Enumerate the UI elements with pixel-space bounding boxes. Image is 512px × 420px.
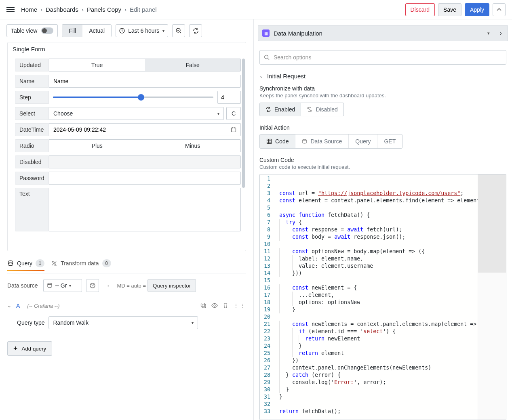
svg-point-4 [48, 283, 52, 285]
initial-action-group: Code Data Source Query GET [259, 134, 402, 149]
custom-code-desc: Custom code to execute initial request. [259, 164, 506, 170]
table-view-toggle[interactable]: Table view [6, 24, 58, 37]
section-title: Initial Request [267, 73, 306, 80]
save-button[interactable]: Save [438, 3, 461, 16]
query-tab-label: Query [17, 260, 32, 267]
datasource-select[interactable]: -- Gr ▾ [43, 279, 82, 292]
options-search[interactable] [259, 50, 506, 65]
svg-point-3 [8, 261, 13, 262]
svg-rect-6 [202, 304, 206, 308]
code-content[interactable]: const url = "https://jsonplaceholder.typ… [278, 174, 506, 420]
datasource-label: Data source [7, 282, 39, 289]
collapse-options-button[interactable] [493, 3, 506, 16]
initial-action-title: Initial Action [259, 124, 506, 131]
breadcrumb-home[interactable]: Home [21, 6, 37, 13]
select-dropdown[interactable]: Choose ▾ [49, 107, 224, 120]
menu-icon[interactable] [6, 7, 15, 12]
ia-ds-label: Data Source [310, 138, 342, 145]
name-input[interactable] [49, 75, 241, 88]
password-input[interactable] [49, 172, 241, 185]
select-ctx-button[interactable]: C [226, 107, 241, 120]
breadcrumb-dashboards[interactable]: Dashboards [46, 6, 78, 13]
updated-true[interactable]: True [49, 59, 145, 71]
query-collapse-toggle[interactable]: ⌄ [7, 303, 11, 309]
calendar-icon [231, 127, 236, 132]
updated-false[interactable]: False [145, 59, 241, 71]
code-minimap[interactable] [478, 174, 506, 420]
panel-plugin-icon: ▦ [262, 29, 270, 37]
topbar: Home› Dashboards› Panels Copy› Edit pane… [0, 0, 512, 19]
fill-tab[interactable]: Fill [62, 25, 82, 37]
database-icon [7, 260, 14, 267]
database-icon [302, 139, 307, 144]
database-icon [47, 283, 53, 288]
add-query-button[interactable]: + Add query [7, 341, 52, 356]
sync-disabled[interactable]: Disabled [301, 103, 343, 116]
scrollbar[interactable] [242, 59, 245, 188]
chevron-down-icon: ▾ [69, 284, 71, 288]
plus-icon: + [13, 345, 18, 352]
topbar-actions: Discard Save Apply [405, 3, 506, 16]
actual-tab[interactable]: Actual [82, 25, 111, 37]
transform-icon [51, 260, 57, 267]
ia-code-label: Code [275, 138, 289, 145]
datasource-help-button[interactable] [86, 279, 99, 292]
query-type-select[interactable]: Random Walk ▾ [48, 316, 198, 329]
step-slider[interactable] [53, 97, 213, 98]
transform-tab[interactable]: Transform data 0 [51, 256, 111, 271]
step-label: Step [15, 91, 49, 104]
delete-query-icon[interactable] [223, 302, 228, 309]
query-tabs: Query 1 Transform data 0 [7, 254, 246, 273]
breadcrumb-panels-copy[interactable]: Panels Copy [87, 6, 121, 13]
chevron-down-icon: ▾ [217, 111, 219, 116]
query-inspector-button[interactable]: Query inspector [147, 279, 196, 292]
sync-desc: Keeps the panel synched with the dashboa… [259, 92, 506, 99]
step-value-input[interactable] [217, 91, 241, 104]
sync-enabled[interactable]: Enabled [259, 103, 301, 116]
query-tab[interactable]: Query 1 [7, 256, 44, 271]
svg-rect-2 [231, 128, 236, 132]
datetime-input[interactable] [49, 123, 226, 136]
sync-title: Synchronize with data [259, 85, 506, 92]
ia-code[interactable]: Code [260, 134, 295, 148]
collapse-sidebar-button[interactable]: › [494, 25, 508, 41]
chevron-down-icon: ▾ [192, 321, 194, 325]
zoom-out-button[interactable] [172, 24, 185, 37]
copy-query-icon[interactable] [200, 302, 206, 309]
switch-icon[interactable] [41, 27, 53, 34]
code-editor[interactable]: 1234567891011121314151617181920212223242… [259, 174, 506, 420]
datasource-value: -- Gr [55, 282, 67, 289]
chevron-down-icon: ▾ [162, 29, 164, 33]
text-textarea[interactable] [49, 188, 241, 231]
sync-icon [265, 107, 271, 112]
custom-code-title: Custom Code [259, 157, 506, 163]
transform-count-badge: 0 [102, 259, 111, 267]
search-icon [264, 55, 270, 60]
calendar-button[interactable] [226, 123, 241, 136]
sync-off-icon [307, 107, 312, 112]
name-label: Name [15, 75, 49, 88]
expand-arrow[interactable]: › [103, 282, 113, 289]
toggle-visibility-icon[interactable] [211, 302, 218, 309]
refresh-button[interactable] [189, 24, 202, 37]
disabled-label: Disabled [316, 106, 337, 113]
svg-rect-10 [267, 139, 272, 144]
ia-datasource[interactable]: Data Source [295, 134, 349, 148]
ia-get[interactable]: GET [377, 134, 402, 148]
updated-toggle: True False [49, 59, 241, 71]
query-ref-id[interactable]: A [16, 302, 20, 309]
text-label: Text [15, 188, 49, 231]
radio-label: Radio [15, 139, 49, 152]
ia-query[interactable]: Query [349, 134, 377, 148]
initial-request-section[interactable]: ⌄ Initial Request [259, 72, 506, 84]
time-picker[interactable]: Last 6 hours ▾ [116, 24, 168, 37]
drag-handle-icon[interactable]: ⋮⋮ [233, 302, 246, 309]
transform-tab-label: Transform data [61, 260, 99, 267]
apply-button[interactable]: Apply [465, 3, 489, 16]
panel-type-header[interactable]: ▦ Data Manipulation ▾ [258, 25, 494, 41]
radio-plus[interactable]: Plus [49, 140, 145, 152]
clock-icon [119, 28, 125, 34]
discard-button[interactable]: Discard [405, 3, 435, 16]
options-search-input[interactable] [273, 54, 502, 61]
radio-minus[interactable]: Minus [145, 140, 241, 152]
